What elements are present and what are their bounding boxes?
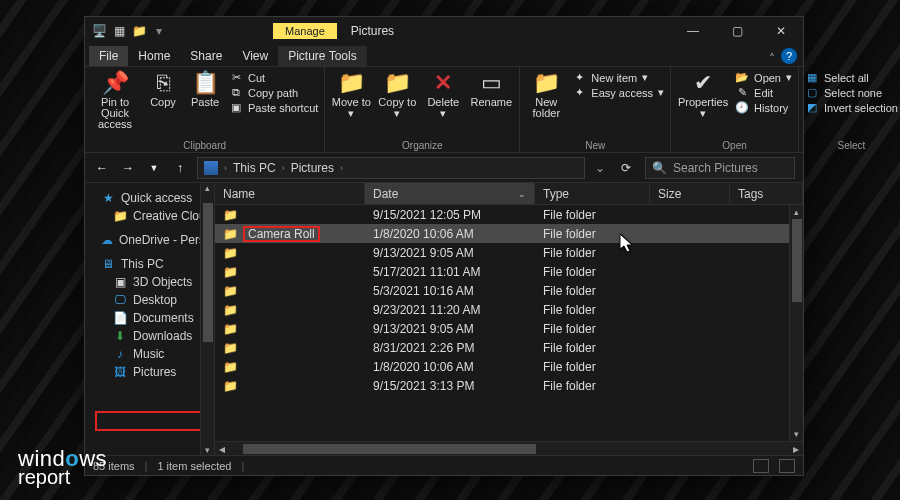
tab-view[interactable]: View (232, 46, 278, 66)
properties-button[interactable]: ✔Properties ▾ (677, 69, 729, 119)
scroll-right-icon[interactable]: ▸ (789, 442, 803, 456)
minimize-button[interactable]: — (671, 17, 715, 45)
chevron-right-icon[interactable]: › (224, 163, 227, 173)
document-icon: 📄 (113, 311, 127, 325)
scroll-down-icon[interactable]: ▾ (794, 427, 799, 441)
tab-file[interactable]: File (89, 46, 128, 66)
address-dropdown-icon[interactable]: ⌄ (593, 161, 607, 175)
refresh-button[interactable]: ⟳ (615, 161, 637, 175)
chevron-right-icon[interactable]: › (282, 163, 285, 173)
close-button[interactable]: ✕ (759, 17, 803, 45)
paste-icon: 📋 (192, 69, 219, 97)
back-button[interactable]: ← (93, 161, 111, 175)
breadcrumb[interactable]: › This PC › Pictures › (197, 157, 585, 179)
new-item-button[interactable]: ✦New item ▾ (572, 71, 664, 84)
open-button[interactable]: 📂Open ▾ (735, 71, 792, 84)
history-button[interactable]: 🕘History (735, 101, 792, 114)
vscroll-thumb[interactable] (792, 219, 802, 302)
list-row[interactable]: 📁8/31/2021 2:26 PMFile folder (215, 338, 803, 357)
crumb-pictures[interactable]: Pictures (291, 161, 334, 175)
rows-container[interactable]: 📁9/15/2021 12:05 PMFile folder📁Camera Ro… (215, 205, 803, 441)
title-bar[interactable]: 🖥️ ▦ 📁 ▾ Manage Pictures — ▢ ✕ (85, 17, 803, 45)
recent-locations-button[interactable]: ▼ (145, 163, 163, 173)
sidebar-item-onedrive[interactable]: ☁OneDrive - Person (85, 231, 214, 249)
cut-button[interactable]: ✂Cut (229, 71, 318, 84)
copy-button[interactable]: ⎘ Copy (145, 69, 181, 108)
up-button[interactable]: ↑ (171, 161, 189, 175)
move-to-button[interactable]: 📁Move to ▾ (331, 69, 371, 119)
list-row[interactable]: 📁5/3/2021 10:16 AMFile folder (215, 281, 803, 300)
rename-button[interactable]: ▭Rename (469, 69, 513, 108)
scroll-left-icon[interactable]: ◂ (215, 442, 229, 456)
sidebar-item-this-pc[interactable]: 🖥This PC (85, 255, 214, 273)
edit-button[interactable]: ✎Edit (735, 86, 792, 99)
column-tags[interactable]: Tags (730, 183, 803, 204)
list-row[interactable]: 📁5/17/2021 11:01 AMFile folder (215, 262, 803, 281)
sidebar-item-music[interactable]: ♪Music (85, 345, 214, 363)
vertical-scrollbar[interactable]: ▴ ▾ (789, 205, 803, 441)
delete-button[interactable]: ✕Delete ▾ (423, 69, 463, 119)
sidebar-item-downloads[interactable]: ⬇Downloads (85, 327, 214, 345)
sort-dropdown-icon[interactable]: ⌄ (518, 189, 526, 199)
view-details-icon[interactable] (753, 459, 769, 473)
column-date[interactable]: Date⌄ (365, 183, 535, 204)
list-row[interactable]: 📁1/8/2020 10:06 AMFile folder (215, 357, 803, 376)
paste-shortcut-button[interactable]: ▣Paste shortcut (229, 101, 318, 114)
cube-icon: ▣ (113, 275, 127, 289)
search-icon: 🔍 (652, 161, 667, 175)
ribbon: 📌 Pin to Quick access ⎘ Copy 📋 Paste ✂Cu… (85, 67, 803, 153)
column-type[interactable]: Type (535, 183, 650, 204)
copy-path-button[interactable]: ⧉Copy path (229, 86, 318, 99)
horizontal-scrollbar[interactable]: ◂ ▸ (215, 441, 803, 455)
help-icon[interactable]: ? (781, 48, 797, 64)
tab-share[interactable]: Share (180, 46, 232, 66)
qat-properties-icon[interactable]: ▦ (111, 23, 127, 39)
sidebar-item-3d-objects[interactable]: ▣3D Objects (85, 273, 214, 291)
list-row[interactable]: 📁9/15/2021 3:13 PMFile folder (215, 376, 803, 395)
delete-icon: ✕ (434, 69, 452, 97)
list-row[interactable]: 📁Camera Roll1/8/2020 10:06 AMFile folder (215, 224, 803, 243)
navigation-sidebar[interactable]: ★Quick access 📁Creative Cloud File ☁OneD… (85, 183, 215, 455)
crumb-this-pc[interactable]: This PC (233, 161, 276, 175)
ribbon-collapse-icon[interactable]: ˄ (763, 52, 781, 66)
sidebar-item-documents[interactable]: 📄Documents (85, 309, 214, 327)
shortcut-icon: ▣ (229, 101, 243, 114)
list-row[interactable]: 📁9/15/2021 12:05 PMFile folder (215, 205, 803, 224)
column-name[interactable]: Name (215, 183, 365, 204)
pin-to-quick-access-button[interactable]: 📌 Pin to Quick access (91, 69, 139, 130)
sidebar-item-quick-access[interactable]: ★Quick access (85, 189, 214, 207)
view-large-icon[interactable] (779, 459, 795, 473)
forward-button[interactable]: → (119, 161, 137, 175)
sidebar-item-pictures[interactable]: 🖼Pictures (85, 363, 214, 381)
qat-dropdown-icon[interactable]: ▾ (151, 23, 167, 39)
tab-home[interactable]: Home (128, 46, 180, 66)
contextual-tab-manage[interactable]: Manage (273, 23, 337, 39)
chevron-right-icon[interactable]: › (340, 163, 343, 173)
sidebar-scrollbar[interactable]: ▴ ▾ (200, 183, 214, 455)
copy-to-icon: 📁 (384, 69, 411, 97)
invert-selection-button[interactable]: ◩Invert selection (805, 101, 898, 114)
scroll-up-icon[interactable]: ▴ (794, 205, 799, 219)
maximize-button[interactable]: ▢ (715, 17, 759, 45)
new-folder-button[interactable]: 📁New folder (526, 69, 566, 119)
list-row[interactable]: 📁9/13/2021 9:05 AMFile folder (215, 243, 803, 262)
sidebar-item-creative-cloud[interactable]: 📁Creative Cloud File (85, 207, 214, 225)
row-type: File folder (535, 284, 650, 298)
paste-button[interactable]: 📋 Paste (187, 69, 223, 108)
file-explorer-window: 🖥️ ▦ 📁 ▾ Manage Pictures — ▢ ✕ File Home… (84, 16, 804, 476)
list-row[interactable]: 📁9/23/2021 11:20 AMFile folder (215, 300, 803, 319)
row-date: 9/13/2021 9:05 AM (365, 322, 535, 336)
easy-access-button[interactable]: ✦Easy access ▾ (572, 86, 664, 99)
search-input[interactable]: 🔍 Search Pictures (645, 157, 795, 179)
row-date: 1/8/2020 10:06 AM (365, 227, 535, 241)
hscroll-thumb[interactable] (243, 444, 536, 454)
ribbon-group-new: 📁New folder ✦New item ▾ ✦Easy access ▾ N… (520, 67, 671, 152)
tab-picture-tools[interactable]: Picture Tools (278, 46, 366, 66)
copy-to-button[interactable]: 📁Copy to ▾ (377, 69, 417, 119)
list-row[interactable]: 📁9/13/2021 9:05 AMFile folder (215, 319, 803, 338)
column-size[interactable]: Size (650, 183, 730, 204)
select-all-button[interactable]: ▦Select all (805, 71, 898, 84)
sidebar-item-desktop[interactable]: 🖵Desktop (85, 291, 214, 309)
select-none-button[interactable]: ▢Select none (805, 86, 898, 99)
qat-folder-icon[interactable]: 📁 (131, 23, 147, 39)
